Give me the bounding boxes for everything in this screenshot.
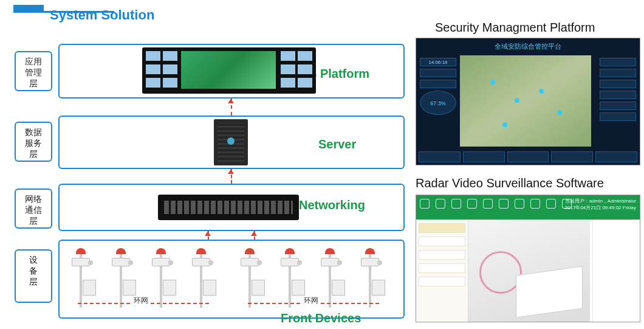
- tier-caption-front-devices: Front Devices: [281, 311, 361, 325]
- radar-time-line: 2017年04月21日 09:49:02 Friday: [565, 204, 636, 211]
- security-time: 14:06:18: [420, 58, 456, 66]
- camera-icon: [112, 258, 130, 266]
- radar-user-line: 当前用户：admin，Administrator: [565, 198, 636, 204]
- alarm-light-icon: [196, 248, 206, 254]
- front-device-unit: [187, 247, 215, 299]
- security-stat: [507, 151, 549, 162]
- video-thumb: [298, 78, 312, 88]
- camera-icon: [152, 258, 170, 266]
- security-stat: [419, 151, 461, 162]
- front-device-unit: [316, 247, 344, 299]
- alarm-light-icon: [285, 248, 295, 254]
- device-cabinet: [332, 280, 345, 296]
- arrow-up-icon: [251, 231, 257, 236]
- device-cabinet: [83, 280, 96, 296]
- map-marker-icon: [502, 122, 507, 127]
- device-cabinet: [252, 280, 265, 296]
- security-platform-inner-title: 全域安防综合管控平台: [416, 42, 640, 51]
- security-right-chip: [600, 58, 636, 66]
- video-thumb: [281, 78, 295, 88]
- front-device-unit: [236, 247, 264, 299]
- front-device-unit: [67, 247, 95, 299]
- map-marker-icon: [515, 98, 519, 103]
- camera-icon: [72, 258, 90, 266]
- alarm-light-icon: [325, 248, 335, 254]
- radar-list-row: [419, 223, 465, 233]
- device-cabinet: [292, 280, 305, 296]
- camera-icon: [192, 258, 210, 266]
- radar-software-screenshot: 当前用户：admin，Administrator 2017年04月21日 09:…: [416, 195, 640, 322]
- radar-list-row: [419, 250, 465, 260]
- alarm-light-icon: [76, 248, 86, 254]
- tier-label-network: 网络通信层: [15, 189, 52, 229]
- ring-label-right: 环网: [303, 296, 320, 306]
- server-tower-graphic: [214, 119, 248, 165]
- alarm-light-icon: [245, 248, 255, 254]
- front-device-unit: [356, 247, 384, 299]
- camera-icon: [321, 258, 339, 266]
- front-device-unit: [276, 247, 304, 299]
- security-right-chip: [600, 80, 636, 88]
- map-marker-icon: [557, 110, 562, 115]
- security-gauge: 67.3%: [420, 91, 456, 115]
- video-thumb: [281, 64, 295, 74]
- device-cabinet: [123, 280, 136, 296]
- toolbar-icon: [483, 199, 493, 209]
- security-right-chip: [600, 102, 636, 110]
- radar-list-row: [419, 263, 465, 273]
- tier-label-application: 应用管理层: [15, 51, 52, 91]
- toolbar-icon: [530, 199, 540, 209]
- security-left-chip: [420, 69, 456, 77]
- radar-right-panel: [592, 220, 640, 322]
- radar-building-model: [516, 266, 583, 317]
- security-right-panel: [598, 55, 637, 147]
- toolbar-icon: [467, 199, 477, 209]
- radar-left-panel: [416, 220, 468, 322]
- toolbar-icon: [515, 199, 524, 209]
- video-thumb: [281, 51, 295, 61]
- security-stat: [463, 151, 505, 162]
- camera-icon: [361, 258, 379, 266]
- video-thumb: [163, 64, 177, 74]
- radar-list-row: [419, 277, 465, 286]
- page-title: System Solution: [50, 7, 154, 23]
- video-thumb: [298, 51, 312, 61]
- tier-label-data: 数据服务层: [15, 122, 52, 162]
- video-thumb: [163, 78, 177, 88]
- radar-session-info: 当前用户：admin，Administrator 2017年04月21日 09:…: [565, 198, 636, 211]
- front-device-unit: [107, 247, 135, 299]
- video-thumb: [163, 51, 177, 61]
- alarm-light-icon: [156, 248, 166, 254]
- server-badge-icon: [227, 137, 235, 145]
- network-switch-graphic: [158, 195, 299, 220]
- map-marker-icon: [539, 89, 544, 94]
- alarm-light-icon: [365, 248, 375, 254]
- video-wall-graphic: [142, 47, 316, 94]
- security-map-view: [460, 55, 591, 147]
- security-right-chip: [600, 69, 636, 77]
- radar-3d-view: [468, 220, 590, 322]
- security-left-panel: 14:06:18 67.3%: [419, 55, 457, 147]
- toolbar-icon: [546, 199, 556, 209]
- screenshot-title-radar: Radar Video Surveillance Software: [416, 176, 604, 190]
- video-thumb: [146, 78, 160, 88]
- security-stat: [551, 151, 593, 162]
- radar-toolbar-icons: [420, 199, 572, 209]
- security-bottom-stats: [419, 151, 637, 162]
- tier-caption-server: Server: [318, 137, 356, 151]
- video-wall-center: [181, 51, 276, 89]
- tier-caption-networking: Networking: [299, 198, 365, 212]
- arrow-up-icon: [228, 169, 234, 174]
- alarm-light-icon: [116, 248, 126, 254]
- toolbar-icon: [451, 199, 461, 209]
- ring-label-left: 环网: [132, 296, 149, 306]
- video-thumb: [146, 64, 160, 74]
- map-marker-icon: [490, 80, 495, 85]
- toolbar-icon: [420, 199, 430, 209]
- security-right-chip: [600, 113, 636, 121]
- device-cabinet: [203, 280, 216, 296]
- toolbar-icon: [436, 199, 445, 209]
- front-device-unit: [147, 247, 175, 299]
- security-stat: [595, 151, 637, 162]
- camera-icon: [281, 258, 299, 266]
